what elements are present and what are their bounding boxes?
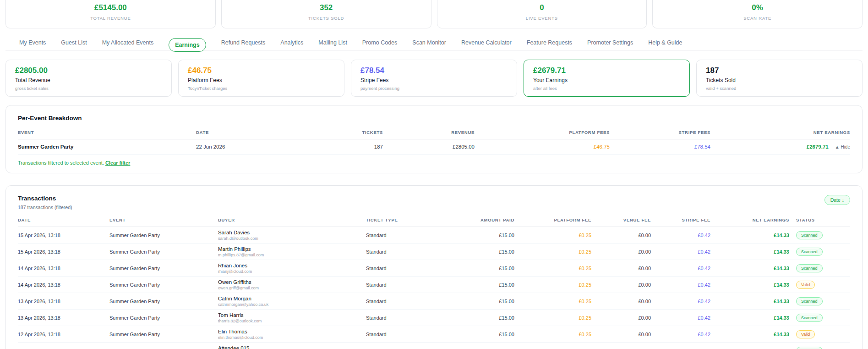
stat-card: £5145.00TOTAL REVENUE bbox=[5, 0, 216, 28]
transaction-platform-fee: £0.25 bbox=[514, 315, 591, 321]
buyer-name: Sarah Davies bbox=[218, 230, 366, 235]
transaction-buyer: Attendee 015attendee015@demo.tocynticket… bbox=[218, 345, 366, 349]
filter-note: Transactions filtered to selected event.… bbox=[18, 160, 850, 166]
buyer-name: Owen Griffiths bbox=[218, 279, 366, 285]
stat-label: SCAN RATE bbox=[743, 16, 771, 21]
filter-note-text: Transactions filtered to selected event. bbox=[18, 160, 105, 166]
per-event-col-header: EVENT bbox=[18, 130, 196, 135]
per-event-tickets: 187 bbox=[347, 144, 383, 150]
transaction-buyer: Rhian Jonesrhianj@icloud.com bbox=[218, 263, 366, 274]
transactions-count: 187 transactions (filtered) bbox=[18, 205, 72, 210]
transaction-amount-paid: £15.00 bbox=[464, 249, 514, 255]
per-event-col-header: REVENUE bbox=[383, 130, 475, 135]
per-event-table-header: EVENTDATETICKETSREVENUEPLATFORM FEESSTRI… bbox=[18, 130, 850, 139]
buyer-email: rhianj@icloud.com bbox=[218, 269, 366, 274]
transaction-amount-paid: £15.00 bbox=[464, 266, 514, 271]
summary-card-platform-fees: £46.75Platform FeesTocynTicket charges bbox=[178, 60, 344, 97]
per-event-table-body: Summer Garden Party22 Jun 2026187£2805.0… bbox=[18, 139, 850, 155]
summary-card-value: £2805.00 bbox=[15, 66, 162, 75]
buyer-email: catrinmorgan@yahoo.co.uk bbox=[218, 302, 366, 307]
transaction-status-cell: Scanned bbox=[789, 297, 850, 305]
date-sort-button[interactable]: Date ↓ bbox=[824, 195, 850, 205]
tab-analytics[interactable]: Analytics bbox=[280, 39, 303, 46]
buyer-name: Rhian Jones bbox=[218, 263, 366, 268]
transaction-net-earnings: £14.33 bbox=[710, 315, 789, 321]
tab-promo-codes[interactable]: Promo Codes bbox=[362, 39, 397, 46]
tab-refund-requests[interactable]: Refund Requests bbox=[221, 39, 266, 46]
transaction-ticket-type: Standard bbox=[366, 315, 464, 321]
buyer-email: m.phillips.87@gmail.com bbox=[218, 253, 366, 257]
transaction-ticket-type: Standard bbox=[366, 299, 464, 304]
per-event-col-header: NET EARNINGS bbox=[710, 130, 850, 135]
stat-value: 352 bbox=[320, 3, 333, 12]
transactions-col-header: BUYER bbox=[218, 217, 366, 222]
transaction-amount-paid: £15.00 bbox=[464, 315, 514, 321]
per-event-col-header: STRIPE FEES bbox=[610, 130, 710, 135]
transaction-row[interactable]: 13 Apr 2026, 13:18Summer Garden PartyTom… bbox=[18, 310, 850, 326]
transaction-status-cell: Scanned bbox=[789, 264, 850, 272]
buyer-email: owen.griff@gmail.com bbox=[218, 286, 366, 290]
transaction-ticket-type: Standard bbox=[366, 266, 464, 271]
buyer-email: tharris.82@outlook.com bbox=[218, 319, 366, 323]
status-badge: Scanned bbox=[796, 297, 823, 305]
transaction-row[interactable]: 14 Apr 2026, 13:18Summer Garden PartyOwe… bbox=[18, 277, 850, 293]
status-badge: Scanned bbox=[796, 314, 823, 322]
transaction-status-cell: Valid bbox=[789, 330, 850, 338]
transaction-event: Summer Garden Party bbox=[109, 282, 218, 288]
stat-value: 0% bbox=[752, 3, 763, 12]
tab-my-allocated-events[interactable]: My Allocated Events bbox=[102, 39, 154, 46]
transaction-stripe-fee: £0.42 bbox=[651, 332, 710, 337]
transaction-row[interactable]: 15 Apr 2026, 13:18Summer Garden PartyMar… bbox=[18, 244, 850, 260]
transaction-row[interactable]: 12 Apr 2026, 13:18Summer Garden PartyEli… bbox=[18, 326, 850, 343]
per-event-net-earnings-cell: £2679.71▲ Hide bbox=[710, 144, 850, 150]
transactions-title: Transactions bbox=[18, 195, 72, 202]
transaction-row[interactable]: 15 Apr 2026, 13:18Summer Garden PartySar… bbox=[18, 227, 850, 244]
summary-card-caption: payment processing bbox=[360, 86, 508, 91]
transactions-col-header: VENUE FEE bbox=[591, 217, 651, 222]
buyer-name: Tom Harris bbox=[218, 312, 366, 318]
transactions-col-header: PLATFORM FEE bbox=[514, 217, 591, 222]
tab-scan-monitor[interactable]: Scan Monitor bbox=[412, 39, 446, 46]
buyer-name: Attendee 015 bbox=[218, 345, 366, 349]
summary-card-label: Your Earnings bbox=[533, 77, 680, 83]
transaction-row[interactable]: 12 Apr 2026, 13:18Summer Garden PartyAtt… bbox=[18, 343, 850, 349]
summary-card-caption: valid + scanned bbox=[706, 86, 853, 91]
summary-card-label: Total Revenue bbox=[15, 77, 162, 83]
transaction-stripe-fee: £0.42 bbox=[651, 315, 710, 321]
summary-card-caption: TocynTicket charges bbox=[188, 86, 335, 91]
transaction-row[interactable]: 13 Apr 2026, 13:18Summer Garden PartyCat… bbox=[18, 293, 850, 310]
transactions-col-header: STRIPE FEE bbox=[651, 217, 710, 222]
hide-breakdown-button[interactable]: ▲ Hide bbox=[835, 144, 850, 150]
tab-earnings[interactable]: Earnings bbox=[169, 38, 206, 52]
transaction-row[interactable]: 14 Apr 2026, 13:18Summer Garden PartyRhi… bbox=[18, 260, 850, 277]
transactions-col-header: STATUS bbox=[789, 217, 850, 222]
transaction-amount-paid: £15.00 bbox=[464, 299, 514, 304]
stat-card: 352TICKETS SOLD bbox=[221, 0, 431, 28]
status-badge: Valid bbox=[796, 330, 815, 338]
tab-promoter-settings[interactable]: Promoter Settings bbox=[587, 39, 633, 46]
summary-card-caption: after all fees bbox=[533, 86, 680, 91]
per-event-date: 22 Jun 2026 bbox=[196, 144, 347, 150]
transactions-col-header: DATE bbox=[18, 217, 109, 222]
transaction-amount-paid: £15.00 bbox=[464, 282, 514, 288]
transaction-amount-paid: £15.00 bbox=[464, 233, 514, 238]
tab-mailing-list[interactable]: Mailing List bbox=[318, 39, 347, 46]
transaction-status-cell: Scanned bbox=[789, 347, 850, 349]
transaction-date: 15 Apr 2026, 13:18 bbox=[18, 249, 109, 255]
stat-label: LIVE EVENTS bbox=[526, 16, 558, 21]
transaction-date: 14 Apr 2026, 13:18 bbox=[18, 282, 109, 288]
tab-guest-list[interactable]: Guest List bbox=[61, 39, 87, 46]
tab-revenue-calculator[interactable]: Revenue Calculator bbox=[461, 39, 512, 46]
dashboard-tab-bar: My EventsGuest ListMy Allocated EventsEa… bbox=[5, 35, 863, 50]
tab-feature-requests[interactable]: Feature Requests bbox=[527, 39, 572, 46]
per-event-row[interactable]: Summer Garden Party22 Jun 2026187£2805.0… bbox=[18, 139, 850, 155]
transaction-venue-fee: £0.00 bbox=[591, 249, 651, 255]
tab-help-guide[interactable]: Help & Guide bbox=[648, 39, 682, 46]
transaction-stripe-fee: £0.42 bbox=[651, 233, 710, 238]
tab-my-events[interactable]: My Events bbox=[19, 39, 46, 46]
clear-filter-link[interactable]: Clear filter bbox=[105, 160, 130, 166]
transaction-net-earnings: £14.33 bbox=[710, 233, 789, 238]
status-badge: Scanned bbox=[796, 264, 823, 272]
top-stat-cards: £5145.00TOTAL REVENUE352TICKETS SOLD0LIV… bbox=[5, 0, 863, 28]
transaction-date: 15 Apr 2026, 13:18 bbox=[18, 233, 109, 238]
